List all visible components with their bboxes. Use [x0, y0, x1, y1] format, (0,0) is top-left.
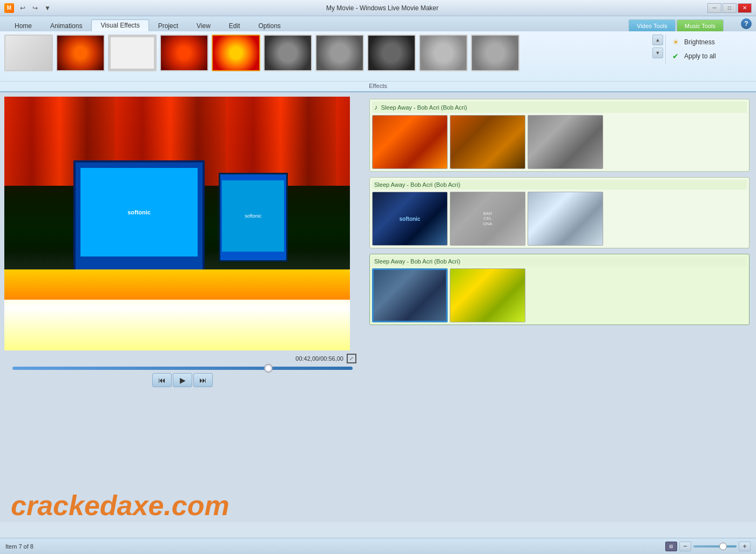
title-bar: M ↩ ↪ ▼ My Movie - Windows Live Movie Ma…	[0, 0, 756, 16]
ribbon-main: ▲ ▼ ☀ Brightness ✔ Apply to all	[0, 31, 756, 80]
music-group-title-1: Sleep Away - Bob Acri (Bob Acri)	[374, 181, 460, 188]
brightness-icon: ☀	[670, 37, 681, 48]
thumb-0-0[interactable]	[372, 115, 448, 169]
expand-button[interactable]: ⤢	[347, 354, 356, 363]
prev-frame-button[interactable]: ⏮	[152, 373, 172, 387]
undo-button[interactable]: ↩	[17, 3, 28, 13]
apply-all-label: Apply to all	[684, 52, 716, 60]
effects-scroll: ▲ ▼	[652, 35, 665, 58]
effect-thumb-3[interactable]	[160, 35, 208, 71]
storyboard-panel: ♪ Sleep Away - Bob Acri (Bob Acri) Sleep…	[367, 97, 752, 518]
next-frame-button[interactable]: ⏭	[193, 373, 213, 387]
thumb-1-1[interactable]: BARCELONA	[450, 192, 525, 246]
zoom-thumb[interactable]	[719, 543, 727, 550]
seek-thumb[interactable]	[264, 364, 273, 373]
effect-thumb-7[interactable]	[367, 35, 416, 71]
effects-strip	[4, 35, 652, 71]
tab-options[interactable]: Options	[249, 19, 290, 31]
effect-thumb-0[interactable]	[4, 35, 53, 71]
zoom-in-button[interactable]: +	[739, 542, 751, 551]
effect-thumb-1[interactable]	[56, 35, 105, 71]
ribbon: ▲ ▼ ☀ Brightness ✔ Apply to all Effects	[0, 31, 756, 92]
video-preview: softonic softonic	[4, 97, 350, 350]
thumb-2-0[interactable]	[372, 268, 448, 322]
music-group-header-1: Sleep Away - Bob Acri (Bob Acri)	[372, 180, 747, 190]
music-group-title-0: Sleep Away - Bob Acri (Bob Acri)	[381, 104, 467, 111]
effect-thumb-2[interactable]	[108, 35, 157, 71]
video-area: softonic softonic 00:42,00/00:56,00 ⤢ ⏮	[4, 97, 361, 518]
tab-edit[interactable]: Edit	[220, 19, 249, 31]
tab-animations[interactable]: Animations	[41, 19, 91, 31]
thumb-0-1[interactable]	[450, 115, 525, 169]
qat-dropdown-button[interactable]: ▼	[42, 3, 53, 13]
tab-visual-effects[interactable]: Visual Effects	[91, 19, 148, 31]
tab-view[interactable]: View	[187, 19, 220, 31]
seek-bar[interactable]	[12, 367, 353, 370]
main-content: softonic softonic 00:42,00/00:56,00 ⤢ ⏮	[0, 92, 756, 522]
effect-thumb-9[interactable]	[471, 35, 519, 71]
thumb-0-2[interactable]	[528, 115, 603, 169]
tab-music-tools[interactable]: Music Tools	[677, 19, 724, 31]
thumb-1-0[interactable]: softonic	[372, 192, 448, 246]
thumbnails-row-2	[372, 268, 747, 322]
music-group-0: ♪ Sleep Away - Bob Acri (Bob Acri)	[369, 99, 750, 172]
help-button[interactable]: ?	[741, 18, 752, 29]
thumb-2-1[interactable]	[450, 268, 525, 322]
app-icon: M	[4, 3, 14, 13]
zoom-out-button[interactable]: −	[679, 542, 691, 551]
status-bar: Item 7 of 8 ⊞ − +	[0, 538, 756, 554]
music-group-title-2: Sleep Away - Bob Acri (Bob Acri)	[374, 258, 460, 265]
window-title: My Movie - Windows Live Movie Maker	[58, 4, 706, 12]
video-controls: 00:42,00/00:56,00 ⤢ ⏮ ▶ ⏭	[4, 354, 361, 387]
tab-project[interactable]: Project	[149, 19, 187, 31]
effect-thumb-5[interactable]	[264, 35, 312, 71]
thumb-1-2[interactable]	[528, 192, 603, 246]
brightness-option[interactable]: ☀ Brightness	[670, 37, 747, 48]
video-frame: softonic softonic	[4, 97, 350, 350]
apply-to-all-option[interactable]: ✔ Apply to all	[670, 51, 747, 62]
scroll-up-button[interactable]: ▲	[652, 35, 663, 45]
zoom-controls: ⊞ − +	[665, 542, 751, 551]
ribbon-tabs: Home Animations Visual Effects Project V…	[0, 16, 756, 31]
apply-all-icon: ✔	[670, 51, 681, 62]
play-button[interactable]: ▶	[173, 373, 192, 387]
tab-home[interactable]: Home	[5, 19, 41, 31]
minimize-button[interactable]: ─	[707, 3, 721, 13]
time-text: 00:42,00/00:56,00	[295, 355, 343, 362]
music-note-icon-0: ♪	[374, 103, 378, 111]
thumbnails-row-0	[372, 115, 747, 169]
music-group-1: Sleep Away - Bob Acri (Bob Acri) softoni…	[369, 177, 750, 248]
storyboard-view-button[interactable]: ⊞	[665, 542, 677, 551]
effect-thumb-8[interactable]	[419, 35, 468, 71]
playback-controls: ⏮ ▶ ⏭	[152, 373, 213, 387]
music-group-header-0: ♪ Sleep Away - Bob Acri (Bob Acri)	[372, 102, 747, 113]
scroll-down-button[interactable]: ▼	[652, 48, 663, 58]
music-group-header-2: Sleep Away - Bob Acri (Bob Acri)	[372, 256, 747, 266]
thumbnails-row-1: softonic BARCELONA	[372, 192, 747, 246]
effect-thumb-4[interactable]	[212, 35, 260, 71]
effect-thumb-6[interactable]	[315, 35, 364, 71]
effects-section-label: Effects	[0, 81, 756, 91]
redo-button[interactable]: ↪	[30, 3, 40, 13]
quick-access-toolbar: ↩ ↪ ▼	[17, 3, 53, 13]
ribbon-right-panel: ☀ Brightness ✔ Apply to all	[665, 35, 752, 64]
zoom-slider[interactable]	[693, 545, 737, 548]
status-text: Item 7 of 8	[5, 543, 33, 550]
tab-video-tools[interactable]: Video Tools	[629, 19, 675, 31]
close-button[interactable]: ✕	[738, 3, 752, 13]
brightness-label: Brightness	[684, 38, 715, 46]
music-group-2: Sleep Away - Bob Acri (Bob Acri)	[369, 254, 750, 325]
time-display: 00:42,00/00:56,00 ⤢	[295, 354, 356, 363]
maximize-button[interactable]: □	[723, 3, 737, 13]
